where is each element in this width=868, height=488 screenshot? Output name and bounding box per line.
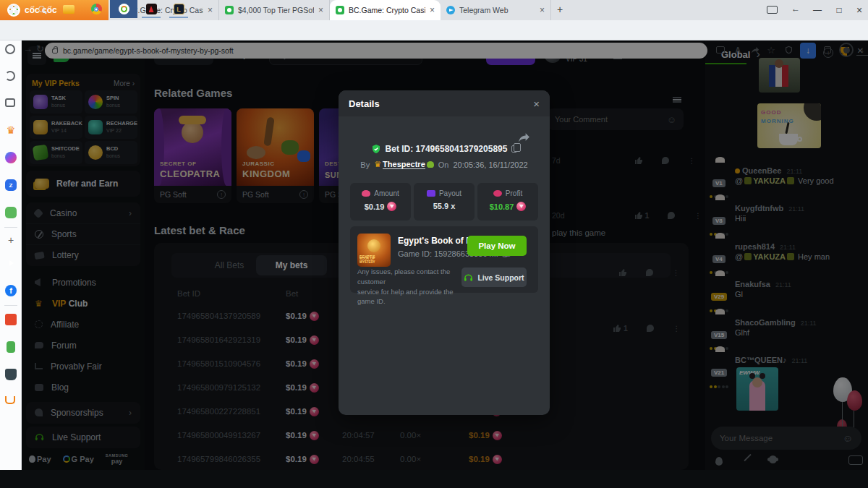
support-note: Any issues, please contact the customers…	[357, 267, 464, 307]
reader-mode-icon[interactable]	[767, 6, 778, 14]
profit-stat: Profit $10.87	[477, 183, 538, 221]
reading-list-icon[interactable]	[5, 98, 15, 107]
player-link[interactable]: ♛ Thespectre	[374, 160, 434, 169]
crown-icon: ♛	[374, 160, 381, 169]
bcgame-favicon	[225, 6, 234, 14]
tab-close-icon[interactable]: ×	[208, 5, 213, 15]
new-tab-button[interactable]: +	[557, 4, 563, 15]
history-icon[interactable]	[5, 71, 15, 81]
headset-icon	[464, 273, 473, 282]
facebook-icon[interactable]: f	[5, 285, 17, 296]
start-button[interactable]	[0, 0, 27, 18]
tab-close-icon[interactable]: ×	[540, 5, 545, 15]
window-maximize-button[interactable]: □	[832, 3, 846, 17]
bcd-token-icon	[387, 202, 396, 211]
amount-stat: Amount $0.19	[350, 183, 411, 221]
telegram-favicon	[446, 6, 455, 14]
game-info-box: EGYPT'S BOOK OF MYSTERY Egypt's Book of …	[350, 226, 538, 293]
window-minimize-button[interactable]: —	[810, 3, 825, 17]
study-icon[interactable]	[5, 369, 17, 380]
frog-emoji	[427, 161, 434, 168]
garena-icon[interactable]	[137, 0, 165, 18]
bet-datetime: 20:05:36, 16/11/2022	[453, 160, 527, 169]
window-close-button[interactable]: ×	[852, 3, 867, 17]
bet-id-row: Bet ID: 1749658041379205895	[339, 144, 550, 154]
copy-icon[interactable]	[511, 145, 517, 153]
tab-close-icon[interactable]: ×	[430, 5, 435, 15]
league-of-legends-icon[interactable]: L	[165, 0, 192, 18]
profit-icon	[493, 190, 502, 197]
bcgame-favicon	[336, 6, 344, 14]
bet-id-value: Bet ID: 1749658041379205895	[386, 144, 508, 154]
coccoc-taskbar-icon[interactable]	[110, 0, 137, 18]
bcd-token-icon	[516, 202, 526, 211]
payout-stat: Payout 55.9 x	[414, 183, 475, 221]
battery-saver-icon[interactable]	[7, 341, 15, 353]
browser-tab[interactable]: $4,000 Top Tier PGSoft Multi×	[219, 0, 330, 20]
tab-close-icon[interactable]: ×	[318, 5, 323, 15]
verified-shield-icon	[371, 144, 381, 154]
browser-toolbar: ← → ↻ bc.game/game/egypt-s-book-of-myste…	[0, 20, 868, 40]
tab-search-icon[interactable]: ←	[791, 4, 800, 14]
hot-trending-icon[interactable]: ♛	[5, 124, 17, 136]
sale-event-icon[interactable]	[5, 314, 17, 325]
games-icon[interactable]	[5, 207, 17, 218]
chrome-icon[interactable]	[82, 0, 110, 18]
settings-gear-icon[interactable]	[5, 44, 15, 54]
modal-header: Details ×	[339, 90, 550, 116]
play-now-button[interactable]: Play Now	[467, 236, 527, 256]
amount-icon	[362, 190, 370, 197]
payout-icon	[427, 190, 435, 197]
taskbar-search-icon[interactable]	[27, 0, 55, 18]
add-shortcut-icon[interactable]: +	[5, 234, 17, 246]
share-icon[interactable]	[518, 132, 530, 143]
browser-sidebar: ♛ Z + f	[0, 40, 22, 470]
bet-details-modal: Details × Bet ID: 1749658041379205895 By…	[339, 90, 550, 415]
game-thumbnail[interactable]: EGYPT'S BOOK OF MYSTERY	[357, 234, 391, 267]
browser-tab[interactable]: Telegram Web×	[441, 0, 551, 20]
messenger-icon[interactable]	[5, 152, 17, 163]
browser-tab-active[interactable]: BC.Game: Crypto Casino Gam×	[330, 0, 441, 20]
live-support-button[interactable]: Live Support	[461, 267, 527, 287]
file-explorer-icon[interactable]	[55, 0, 82, 18]
zalo-icon[interactable]: Z	[5, 179, 17, 191]
modal-title: Details	[349, 98, 380, 109]
bet-by-row: By ♛ Thespectre On 20:05:36, 16/11/2022	[339, 160, 550, 169]
shopping-cart-icon[interactable]	[5, 396, 15, 404]
modal-close-icon[interactable]: ×	[533, 98, 540, 110]
